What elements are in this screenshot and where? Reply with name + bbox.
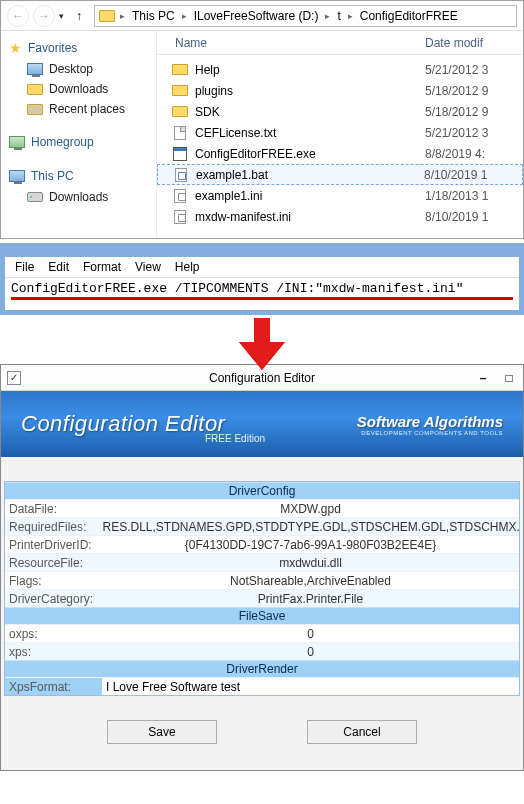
banner-subtitle: FREE Edition — [205, 433, 265, 444]
bat-icon — [172, 167, 190, 183]
sidebar-item-downloads2[interactable]: Downloads — [5, 187, 152, 207]
cancel-button[interactable]: Cancel — [307, 720, 417, 744]
config-row: xps:0 — [5, 642, 519, 660]
sidebar-group-thispc[interactable]: This PC — [5, 165, 152, 187]
address-bar[interactable]: ▸ This PC ▸ ILoveFreeSoftware (D:) ▸ t ▸… — [94, 5, 517, 27]
config-key: DataFile: — [5, 500, 102, 517]
config-row: DriverCategory:PrintFax.Printer.File — [5, 589, 519, 607]
folder-icon — [171, 62, 189, 78]
config-value: 0 — [102, 643, 519, 660]
config-key: XpsFormat: — [5, 678, 102, 695]
chevron-right-icon: ▸ — [181, 11, 188, 21]
folder-icon — [171, 104, 189, 120]
config-value: mxdwdui.dll — [102, 554, 519, 571]
nav-forward-button[interactable]: → — [33, 5, 55, 27]
sidebar-item-recent[interactable]: Recent places — [5, 99, 152, 119]
desktop-icon — [27, 61, 43, 77]
config-row: Flags:NotShareable,ArchiveEnabled — [5, 571, 519, 589]
file-name: Help — [195, 63, 425, 77]
config-key: DriverCategory: — [5, 590, 102, 607]
menu-help[interactable]: Help — [175, 260, 200, 274]
section-header: FileSave — [5, 607, 519, 624]
config-value: PrintFax.Printer.File — [102, 590, 519, 607]
brand-line2: DEVELOPMENT COMPONENTS AND TOOLS — [357, 430, 503, 436]
window-title: Configuration Editor — [209, 371, 315, 385]
recent-icon — [27, 101, 43, 117]
file-row[interactable]: Help5/21/2012 3 — [157, 59, 523, 80]
thispc-icon — [9, 168, 25, 184]
file-date: 8/10/2019 1 — [424, 168, 522, 182]
arrow-right-icon: → — [38, 9, 50, 23]
sidebar-label: This PC — [31, 169, 74, 183]
breadcrumb-segment[interactable]: ConfigEditorFREE — [356, 9, 462, 23]
arrow-up-icon: ↑ — [76, 9, 82, 23]
file-row[interactable]: plugins5/18/2012 9 — [157, 80, 523, 101]
file-row[interactable]: mxdw-manifest.ini8/10/2019 1 — [157, 206, 523, 227]
maximize-button[interactable]: □ — [501, 371, 517, 385]
sidebar-label: Favorites — [28, 41, 77, 55]
star-icon: ★ — [9, 40, 22, 56]
menu-view[interactable]: View — [135, 260, 161, 274]
downloads-icon — [27, 81, 43, 97]
nav-back-button[interactable]: ← — [7, 5, 29, 27]
breadcrumb-segment[interactable]: ILoveFreeSoftware (D:) — [190, 9, 323, 23]
sidebar-item-desktop[interactable]: Desktop — [5, 59, 152, 79]
breadcrumb-segment[interactable]: t — [333, 9, 344, 23]
sidebar-label: Homegroup — [31, 135, 94, 149]
notepad-editor[interactable]: ConfigEditorFREE.exe /TIPCOMMENTS /INI:"… — [5, 278, 519, 297]
file-name: example1.bat — [196, 168, 424, 182]
file-date: 1/18/2013 1 — [425, 189, 523, 203]
config-row: oxps:0 — [5, 624, 519, 642]
file-date: 8/8/2019 4: — [425, 147, 523, 161]
config-value: UNIRES.DLL,STDNAMES.GPD,STDDTYPE.GDL,STD… — [102, 518, 519, 535]
config-value: {0F4130DD-19C7-7ab6-99A1-980F03B2EE4E} — [102, 536, 519, 553]
file-date: 5/21/2012 3 — [425, 126, 523, 140]
section-header: DriverRender — [5, 660, 519, 677]
exe-icon — [171, 146, 189, 162]
sidebar-group-favorites[interactable]: ★ Favorites — [5, 37, 152, 59]
config-value-input[interactable] — [106, 680, 519, 694]
config-grid: DriverConfigDataFile:MXDW.gpdRequiredFil… — [4, 481, 520, 696]
config-key: oxps: — [5, 625, 102, 642]
file-row[interactable]: SDK5/18/2012 9 — [157, 101, 523, 122]
ini-icon — [171, 209, 189, 225]
highlight-underline — [11, 297, 513, 300]
app-icon: ✓ — [7, 371, 21, 385]
file-name: CEFLicense.txt — [195, 126, 425, 140]
config-value: 0 — [102, 625, 519, 642]
nav-history-dropdown[interactable]: ▾ — [59, 11, 64, 21]
menu-file[interactable]: File — [15, 260, 34, 274]
file-name: mxdw-manifest.ini — [195, 210, 425, 224]
column-header-name[interactable]: Name — [171, 36, 425, 50]
arrow-left-icon: ← — [12, 9, 24, 23]
file-row[interactable]: example1.ini1/18/2013 1 — [157, 185, 523, 206]
save-button[interactable]: Save — [107, 720, 217, 744]
config-row: ResourceFile:mxdwdui.dll — [5, 553, 519, 571]
notepad-window: File Edit Format View Help ConfigEditorF… — [0, 243, 524, 315]
sidebar-item-downloads[interactable]: Downloads — [5, 79, 152, 99]
file-name: plugins — [195, 84, 425, 98]
column-header-date[interactable]: Date modif — [425, 36, 523, 50]
config-value[interactable] — [102, 678, 519, 695]
menu-format[interactable]: Format — [83, 260, 121, 274]
file-row[interactable]: example1.bat8/10/2019 1 — [157, 164, 523, 185]
file-date: 5/21/2012 3 — [425, 63, 523, 77]
config-key: xps: — [5, 643, 102, 660]
menu-edit[interactable]: Edit — [48, 260, 69, 274]
explorer-file-pane: Name Date modif Help5/21/2012 3plugins5/… — [157, 31, 523, 238]
file-date: 5/18/2012 9 — [425, 84, 523, 98]
brand-line1: Software Algorithms — [357, 413, 503, 430]
folder-icon — [171, 83, 189, 99]
notepad-menu-bar: File Edit Format View Help — [5, 257, 519, 278]
file-name: ConfigEditorFREE.exe — [195, 147, 425, 161]
config-banner: Configuration Editor FREE Edition Softwa… — [1, 391, 523, 457]
banner-title: Configuration Editor — [21, 411, 225, 437]
file-date: 8/10/2019 1 — [425, 210, 523, 224]
file-row[interactable]: ConfigEditorFREE.exe8/8/2019 4: — [157, 143, 523, 164]
config-key: ResourceFile: — [5, 554, 102, 571]
nav-up-button[interactable]: ↑ — [68, 5, 90, 27]
breadcrumb-segment[interactable]: This PC — [128, 9, 179, 23]
file-row[interactable]: CEFLicense.txt5/21/2012 3 — [157, 122, 523, 143]
minimize-button[interactable]: – — [475, 371, 491, 385]
sidebar-group-homegroup[interactable]: Homegroup — [5, 131, 152, 153]
